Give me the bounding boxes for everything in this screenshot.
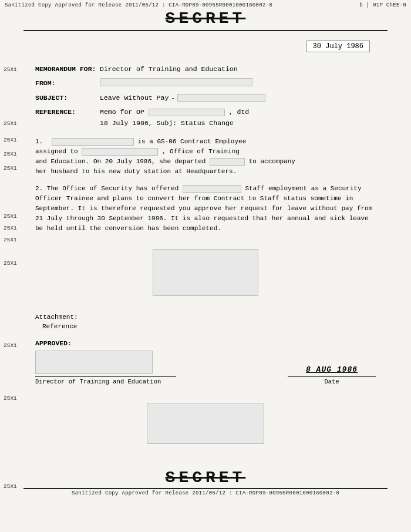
bottom-bar-text: Sanitized Copy Approved for Release 2011… xyxy=(72,490,339,496)
para1-redact-name xyxy=(52,138,134,146)
approved-section: APPROVED: Director of Training and Educa… xyxy=(35,339,376,385)
center-redact-section xyxy=(35,243,376,302)
para1-line4: her husband to his new duty station at H… xyxy=(35,168,237,175)
reference-label: REFERENCE: xyxy=(35,107,100,117)
attachment-value: Reference xyxy=(35,323,376,330)
sig-right: 8 AUG 1986 Date xyxy=(288,365,376,385)
body-text: 1. is a GS-06 Contract Employee assigned… xyxy=(35,137,376,234)
document-page: Sanitized Copy Approved for Release 2011… xyxy=(0,0,411,532)
bottom-redact-box xyxy=(147,403,264,444)
date-section: 30 July 1986 xyxy=(35,41,376,52)
memo-for-label: MEMORANDUM FOR: xyxy=(35,64,100,75)
ref-redact-1 xyxy=(149,109,225,116)
paragraph-2: 2. The Office of Security has offered St… xyxy=(35,184,376,234)
subject-value: Leave Without Pay - xyxy=(100,93,376,103)
para1-redact-departed xyxy=(210,158,245,166)
para1-office: , Office of Training xyxy=(162,148,240,155)
margin-label-3: 25X1 xyxy=(4,137,17,143)
para1-num: 1. xyxy=(35,138,43,145)
margin-label-4: 25X1 xyxy=(4,151,17,157)
subject-label: SUBJECT: xyxy=(35,93,100,103)
margin-label-5: 25X1 xyxy=(4,165,17,171)
reference-row: REFERENCE: Memo for OP , dtd 18 July 198… xyxy=(35,107,376,129)
document-content: 25X1 25X1 25X1 25X1 25X1 25X1 25X1 25X1 … xyxy=(0,31,411,464)
ref-line1-post: , dtd xyxy=(229,108,250,116)
margin-label-6: 25X1 xyxy=(4,213,17,220)
from-redacted xyxy=(100,78,252,86)
sig-redact-box xyxy=(35,351,153,374)
para1-assigned: assigned to xyxy=(35,148,82,155)
memo-section: MEMORANDUM FOR: Director of Training and… xyxy=(35,64,376,129)
margin-label-10: 25X1 xyxy=(4,342,17,349)
para1-redact-assign xyxy=(82,148,158,156)
subject-dash: - xyxy=(171,93,175,103)
memo-for-row: MEMORANDUM FOR: Director of Training and… xyxy=(35,64,376,75)
subject-text: Leave Without Pay xyxy=(100,93,169,103)
margin-label-11: 25X1 xyxy=(4,395,17,402)
ref-line2: 18 July 1986, Subj: Status Change xyxy=(100,119,234,127)
para1-line3a: and Education. On 20 July 1986, she depa… xyxy=(35,158,210,165)
subject-redacted xyxy=(177,94,265,102)
para1-line3b: to accompany xyxy=(249,158,295,165)
approved-label: APPROVED: xyxy=(35,339,376,347)
center-redact-box xyxy=(153,249,258,296)
top-sanitized-bar: Sanitized Copy Approved for Release 2011… xyxy=(0,0,411,8)
attachment-label: Attachment: xyxy=(35,314,376,321)
attachment-section: Attachment: Reference xyxy=(35,314,376,330)
margin-label-9: 25X1 xyxy=(4,260,17,267)
para2-redact xyxy=(183,185,241,193)
secret-header-label: SECRET xyxy=(0,9,411,28)
signature-row: Director of Training and Education 8 AUG… xyxy=(35,351,376,385)
subject-row: SUBJECT: Leave Without Pay - xyxy=(35,93,376,103)
bottom-sanitized-bar: Sanitized Copy Approved for Release 2011… xyxy=(0,489,411,499)
date-caption: Date xyxy=(324,378,339,385)
margin-label-8: 25X1 xyxy=(4,237,17,243)
para2-text: 2. The Office of Security has offered xyxy=(35,185,183,192)
top-bar-text: Sanitized Copy Approved for Release 2011… xyxy=(5,2,272,8)
director-caption: Director of Training and Education xyxy=(35,378,161,385)
from-row: FROM: xyxy=(35,78,376,89)
margin-label-12: 25X1 xyxy=(4,483,17,490)
date-text: 30 July 1986 xyxy=(313,42,363,50)
date-line-right xyxy=(288,376,376,377)
date-box: 30 July 1986 xyxy=(306,41,370,52)
memo-for-value: Director of Training and Education xyxy=(100,64,376,75)
secret-footer-label: SECRET xyxy=(0,469,411,487)
from-label: FROM: xyxy=(35,78,100,89)
margin-label-1: 25X1 xyxy=(4,66,17,73)
reference-value: Memo for OP , dtd 18 July 1986, Subj: St… xyxy=(100,107,376,129)
margin-label-7: 25X1 xyxy=(4,225,17,231)
bottom-redact-section xyxy=(35,397,376,450)
ref-line1-pre: Memo for OP xyxy=(100,108,144,116)
margin-label-2: 25X1 xyxy=(4,120,17,127)
paragraph-1: 1. is a GS-06 Contract Employee assigned… xyxy=(35,137,376,177)
top-bar-right: b | 01P ChEE-0 xyxy=(359,2,406,8)
sig-left: Director of Training and Education xyxy=(35,351,176,385)
para1-mid: is a GS-06 Contract Employee xyxy=(137,138,246,145)
sig-line-left xyxy=(35,376,176,377)
date-stamp: 8 AUG 1986 xyxy=(306,365,358,374)
